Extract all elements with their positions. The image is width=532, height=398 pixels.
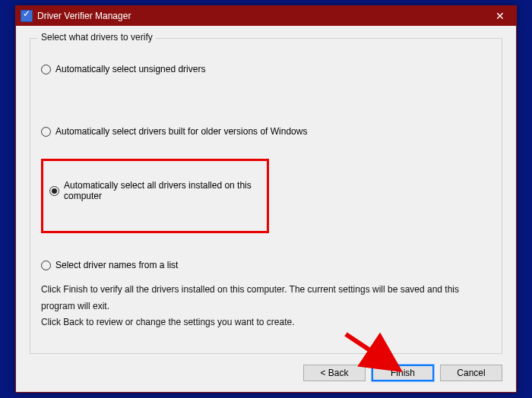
close-button[interactable]: ✕ [484, 6, 516, 26]
radio-unsigned-drivers[interactable]: Automatically select unsigned drivers [41, 62, 491, 77]
client-area: Select what drivers to verify Automatica… [16, 26, 516, 392]
app-icon [21, 10, 33, 22]
radio-label: Automatically select unsigned drivers [55, 64, 205, 74]
button-row: < Back Finish Cancel [30, 354, 502, 381]
dialog-window: Driver Verifier Manager ✕ Select what dr… [15, 5, 517, 393]
annotation-highlight: Automatically select all drivers install… [41, 159, 269, 233]
cancel-button[interactable]: Cancel [440, 365, 502, 381]
radio-icon [41, 65, 51, 74]
radio-icon [41, 261, 51, 270]
close-icon: ✕ [496, 10, 505, 22]
radio-label: Automatically select all drivers install… [64, 180, 259, 201]
instructions-line: Click Back to review or change the setti… [41, 314, 491, 331]
instructions: Click Finish to verify all the drivers i… [41, 282, 491, 331]
driver-select-group: Select what drivers to verify Automatica… [30, 38, 502, 354]
window-title: Driver Verifier Manager [37, 11, 484, 21]
radio-icon [49, 186, 59, 196]
radio-label: Automatically select drivers built for o… [55, 126, 307, 137]
radio-all-installed-drivers[interactable]: Automatically select all drivers install… [49, 178, 259, 204]
back-button[interactable]: < Back [303, 365, 366, 381]
instructions-line: Click Finish to verify all the drivers i… [41, 282, 491, 314]
radio-icon [41, 127, 51, 137]
finish-button[interactable]: Finish [372, 365, 434, 381]
titlebar[interactable]: Driver Verifier Manager ✕ [16, 6, 516, 26]
radio-select-from-list[interactable]: Select driver names from a list [41, 257, 491, 273]
radio-older-windows-drivers[interactable]: Automatically select drivers built for o… [41, 124, 491, 139]
radio-label: Select driver names from a list [55, 260, 178, 270]
group-legend: Select what drivers to verify [38, 32, 156, 43]
